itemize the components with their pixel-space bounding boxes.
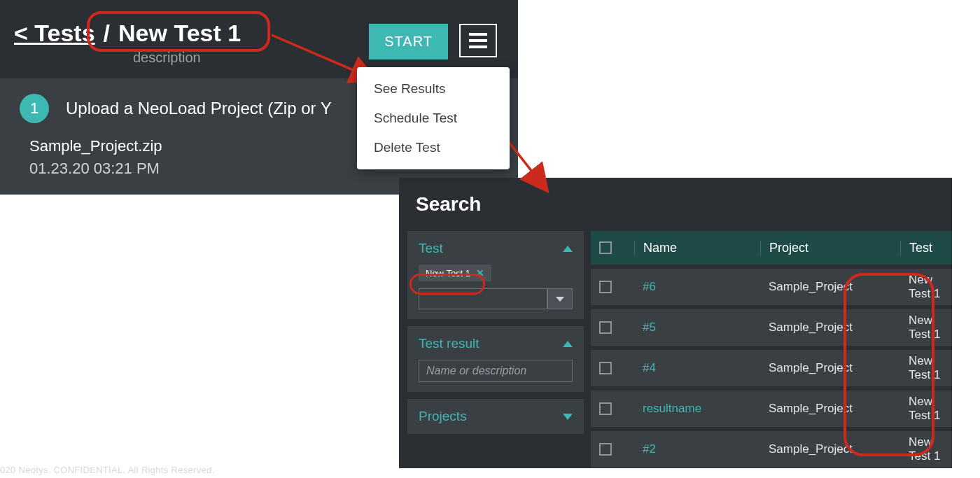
search-title: Search <box>416 193 935 216</box>
results-table: Name Project Test #6Sample_ProjectNew Te… <box>591 231 952 468</box>
row-project: Sample_Project <box>760 442 900 456</box>
filter-chip-label: New Test 1 <box>426 268 470 279</box>
filter-chip-new-test-1[interactable]: New Test 1 ✕ <box>419 265 491 281</box>
filter-result-header[interactable]: Test result <box>419 336 573 351</box>
filter-result-label: Test result <box>419 336 479 351</box>
row-name[interactable]: #5 <box>634 321 760 335</box>
chevron-down-icon <box>563 414 573 420</box>
menu-button[interactable] <box>459 24 497 57</box>
row-test: New Test 1 <box>900 354 952 382</box>
description-label: description <box>133 50 504 66</box>
filters-sidebar: Test New Test 1 ✕ Test result <box>407 231 584 468</box>
breadcrumb-slash: / <box>104 20 110 47</box>
test-detail-panel: < Tests / New Test 1 description START S… <box>0 0 518 195</box>
test-filter-input[interactable] <box>419 288 547 309</box>
row-name[interactable]: #2 <box>634 442 760 456</box>
chevron-up-icon <box>563 246 573 252</box>
row-test: New Test 1 <box>900 273 952 301</box>
col-name[interactable]: Name <box>634 241 760 255</box>
result-search-field[interactable] <box>419 360 573 382</box>
test-filter-combo[interactable] <box>419 288 573 309</box>
back-to-tests-link[interactable]: < Tests <box>14 20 95 47</box>
start-button[interactable]: START <box>369 24 448 59</box>
menu-schedule-test[interactable]: Schedule Test <box>357 104 510 133</box>
table-row[interactable]: #4Sample_ProjectNew Test 1 <box>591 350 952 386</box>
row-project: Sample_Project <box>760 321 900 335</box>
test-header: < Tests / New Test 1 description START S… <box>0 0 518 78</box>
results-header-row: Name Project Test <box>591 231 952 265</box>
row-project: Sample_Project <box>760 280 900 294</box>
search-header: Search <box>399 178 952 231</box>
filter-projects-header[interactable]: Projects <box>419 409 573 424</box>
step-number-badge: 1 <box>20 94 49 123</box>
footer-copyright: 020 Neotys. CONFIDENTIAL. All Rights Res… <box>0 465 214 475</box>
row-checkbox[interactable] <box>599 281 634 293</box>
menu-dropdown: See Results Schedule Test Delete Test <box>357 67 510 169</box>
test-filter-caret[interactable] <box>547 288 573 309</box>
step-label: Upload a NeoLoad Project (Zip or Y <box>66 99 332 118</box>
row-test: New Test 1 <box>900 314 952 342</box>
table-row[interactable]: #6Sample_ProjectNew Test 1 <box>591 269 952 305</box>
filter-test-section: Test New Test 1 ✕ <box>407 231 584 319</box>
chevron-up-icon <box>563 341 573 347</box>
table-row[interactable]: #5Sample_ProjectNew Test 1 <box>591 309 952 346</box>
hamburger-icon <box>469 33 487 36</box>
row-checkbox[interactable] <box>599 321 634 334</box>
row-name[interactable]: #4 <box>634 361 760 375</box>
row-name[interactable]: resultname <box>634 402 760 416</box>
filter-test-header[interactable]: Test <box>419 241 573 256</box>
row-name[interactable]: #6 <box>634 280 760 294</box>
row-test: New Test 1 <box>900 435 952 463</box>
header-checkbox[interactable] <box>599 241 634 254</box>
filter-projects-label: Projects <box>419 409 467 424</box>
filter-projects-section: Projects <box>407 399 584 434</box>
row-checkbox[interactable] <box>599 362 634 374</box>
col-test[interactable]: Test <box>900 241 952 255</box>
col-project[interactable]: Project <box>760 241 900 255</box>
row-test: New Test 1 <box>900 395 952 423</box>
row-project: Sample_Project <box>760 402 900 416</box>
menu-delete-test[interactable]: Delete Test <box>357 133 510 162</box>
test-name-text: New Test 1 <box>118 20 241 47</box>
row-checkbox[interactable] <box>599 443 634 456</box>
result-search-input[interactable] <box>426 365 567 377</box>
table-row[interactable]: resultnameSample_ProjectNew Test 1 <box>591 391 952 427</box>
row-checkbox[interactable] <box>599 402 634 415</box>
close-icon[interactable]: ✕ <box>476 267 484 279</box>
filter-result-section: Test result <box>407 326 584 392</box>
filter-test-label: Test <box>419 241 443 256</box>
menu-see-results[interactable]: See Results <box>357 74 510 104</box>
search-panel: Search Test New Test 1 ✕ <box>399 178 952 468</box>
row-project: Sample_Project <box>760 361 900 375</box>
chevron-down-icon <box>556 297 564 302</box>
table-row[interactable]: #2Sample_ProjectNew Test 1 <box>591 431 952 468</box>
